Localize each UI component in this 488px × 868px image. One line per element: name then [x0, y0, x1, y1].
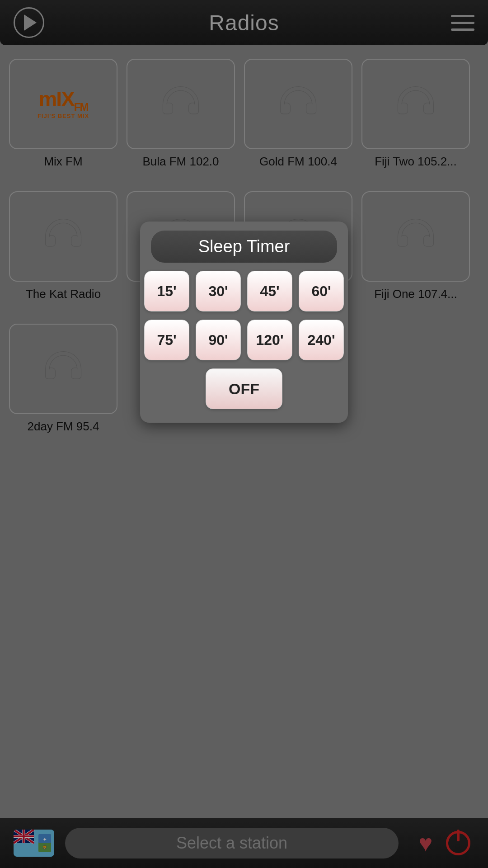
timer-off-row: OFF — [206, 368, 282, 409]
timer-btn-45[interactable]: 45' — [247, 271, 292, 311]
timer-btn-off[interactable]: OFF — [206, 368, 282, 409]
modal-title: Sleep Timer — [198, 237, 290, 256]
timer-buttons-row-2: 75' 90' 120' 240' — [144, 320, 344, 360]
timer-buttons-row-1: 15' 30' 45' 60' — [144, 271, 344, 311]
timer-btn-15[interactable]: 15' — [144, 271, 189, 311]
timer-btn-240[interactable]: 240' — [299, 320, 344, 360]
timer-btn-75[interactable]: 75' — [144, 320, 189, 360]
timer-btn-30[interactable]: 30' — [196, 271, 241, 311]
timer-btn-60[interactable]: 60' — [299, 271, 344, 311]
sleep-timer-modal: Sleep Timer 15' 30' 45' 60' 75' 90' 120'… — [140, 222, 348, 423]
timer-btn-120[interactable]: 120' — [247, 320, 292, 360]
modal-overlay[interactable]: Sleep Timer 15' 30' 45' 60' 75' 90' 120'… — [0, 0, 488, 868]
modal-title-bar: Sleep Timer — [151, 231, 337, 263]
timer-btn-90[interactable]: 90' — [196, 320, 241, 360]
